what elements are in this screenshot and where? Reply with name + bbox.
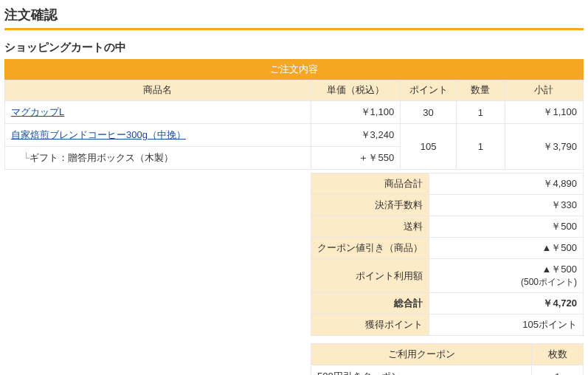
summary-label: クーポン値引き（商品） (311, 238, 429, 259)
summary-subvalue: (500ポイント) (521, 277, 577, 287)
coupon-count: 1 (532, 365, 584, 376)
product-link[interactable]: 自家焙煎ブレンドコーヒー300g（中挽） (11, 129, 186, 140)
addon-name-cell: ギフト：贈答用ボックス（木製） (5, 147, 311, 170)
table-row: マグカップL￥1,100301￥1,100 (5, 101, 584, 124)
order-table: ご注文内容 商品名 単価（税込） ポイント 数量 小計 マグカップL￥1,100… (4, 59, 584, 170)
summary-value: ￥4,890 (429, 173, 584, 195)
product-link[interactable]: マグカップL (11, 106, 64, 117)
summary-row: ポイント利用額▲￥500(500ポイント) (311, 259, 584, 293)
page-title: 注文確認 (4, 6, 584, 24)
subtotal-cell: ￥3,790 (505, 124, 583, 170)
coupon-row: 500円引きクーポン1 (311, 365, 584, 376)
summary-label: 送料 (311, 216, 429, 238)
point-cell: 105 (401, 124, 457, 170)
order-caption: ご注文内容 (5, 60, 584, 80)
product-name-cell: 自家焙煎ブレンドコーヒー300g（中挽） (5, 124, 311, 147)
cart-subtitle: ショッピングカートの中 (4, 41, 584, 55)
summary-label: 決済手数料 (311, 195, 429, 216)
qty-cell: 1 (457, 101, 505, 124)
summary-value: ▲￥500 (429, 238, 584, 259)
product-name-cell: マグカップL (5, 101, 311, 124)
summary-label: 商品合計 (311, 173, 429, 195)
point-cell: 30 (401, 101, 457, 124)
summary-row: 商品合計￥4,890 (311, 173, 584, 195)
addon-price-cell: ＋￥550 (311, 147, 400, 170)
table-row: 自家焙煎ブレンドコーヒー300g（中挽）￥3,2401051￥3,790 (5, 124, 584, 147)
summary-row: クーポン値引き（商品）▲￥500 (311, 238, 584, 259)
qty-cell: 1 (457, 124, 505, 170)
summary-label: ポイント利用額 (311, 259, 429, 293)
coupon-name: 500円引きクーポン (311, 365, 532, 376)
unit-price-cell: ￥3,240 (311, 124, 400, 147)
title-divider (4, 28, 584, 30)
summary-value: ￥4,720 (429, 293, 584, 314)
th-coupon-count: 枚数 (532, 344, 584, 365)
summary-label: 総合計 (311, 293, 429, 314)
summary-row: 送料￥500 (311, 216, 584, 238)
th-qty: 数量 (457, 80, 505, 101)
th-name: 商品名 (5, 80, 311, 101)
subtotal-cell: ￥1,100 (505, 101, 583, 124)
summary-label: 獲得ポイント (311, 314, 429, 336)
summary-row: 総合計￥4,720 (311, 293, 584, 314)
summary-row: 獲得ポイント105ポイント (311, 314, 584, 336)
th-subtotal: 小計 (505, 80, 583, 101)
summary-value: ￥330 (429, 195, 584, 216)
th-unit-price: 単価（税込） (311, 80, 400, 101)
summary-value: ￥500 (429, 216, 584, 238)
summary-table: 商品合計￥4,890決済手数料￥330送料￥500クーポン値引き（商品）▲￥50… (311, 173, 584, 336)
summary-value: 105ポイント (429, 314, 584, 336)
coupon-table: ご利用クーポン 枚数 500円引きクーポン1 (311, 343, 584, 375)
unit-price-cell: ￥1,100 (311, 101, 400, 124)
summary-value: ▲￥500(500ポイント) (429, 259, 584, 293)
summary-row: 決済手数料￥330 (311, 195, 584, 216)
th-coupon-name: ご利用クーポン (311, 344, 532, 365)
th-point: ポイント (401, 80, 457, 101)
addon-label: ギフト：贈答用ボックス（木製） (11, 152, 173, 163)
